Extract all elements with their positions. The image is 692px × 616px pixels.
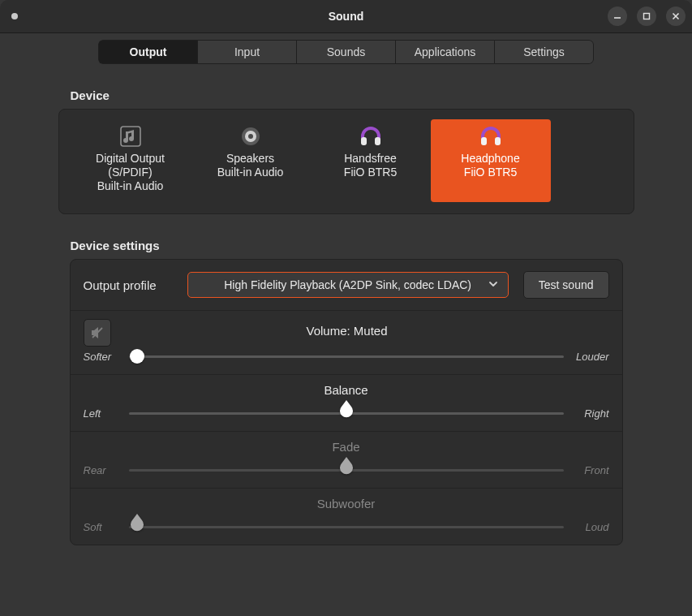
volume-right-label: Louder — [572, 351, 609, 363]
svg-rect-11 — [495, 137, 501, 145]
profile-row: Output profile High Fidelity Playback (A… — [71, 260, 622, 311]
device-title: Headphone — [461, 152, 519, 166]
fade-thumb — [338, 457, 355, 476]
speaker-icon — [239, 124, 263, 149]
device-subtitle: Built-in Audio — [97, 179, 164, 193]
balance-title: Balance — [84, 383, 609, 397]
mute-icon — [90, 325, 105, 340]
volume-left-label: Softer — [84, 351, 121, 363]
tab-applications[interactable]: Applications — [395, 40, 494, 64]
window-controls — [608, 0, 686, 32]
device-card-handsfree[interactable]: Handsfree FiiO BTR5 — [311, 119, 431, 202]
svg-rect-10 — [481, 137, 487, 145]
device-panel: Digital Output (S/PDIF) Built-in Audio S… — [58, 109, 634, 214]
close-button[interactable] — [666, 6, 686, 26]
device-subtitle: Built-in Audio — [217, 166, 284, 179]
subwoofer-row: Subwoofer Soft Loud — [71, 489, 622, 545]
test-sound-label: Test sound — [539, 278, 594, 291]
output-profile-select[interactable]: High Fidelity Playback (A2DP Sink, codec… — [187, 272, 509, 298]
subwoofer-left-label: Soft — [84, 521, 121, 533]
maximize-icon — [643, 12, 651, 20]
fade-left-label: Rear — [84, 464, 121, 476]
balance-thumb[interactable] — [338, 400, 355, 420]
svg-point-7 — [248, 134, 253, 139]
device-section-label: Device — [71, 88, 622, 102]
device-card-speakers[interactable]: Speakers Built-in Audio — [191, 119, 311, 202]
balance-right-label: Right — [572, 407, 609, 420]
device-subtitle: FiiO BTR5 — [464, 166, 517, 179]
volume-row: Volume: Muted Softer Louder — [71, 311, 622, 375]
balance-slider[interactable] — [129, 405, 564, 421]
test-sound-button[interactable]: Test sound — [523, 271, 609, 299]
minimize-button[interactable] — [608, 6, 627, 26]
volume-slider[interactable] — [129, 348, 564, 364]
device-card-headphone[interactable]: Headphone FiiO BTR5 — [431, 119, 551, 202]
device-title: Handsfree — [344, 152, 397, 166]
fade-row: Fade Rear Front — [71, 432, 622, 489]
titlebar: Sound — [0, 0, 692, 33]
device-title: Speakers — [226, 152, 274, 166]
headphones-icon — [359, 124, 383, 149]
tab-input[interactable]: Input — [197, 40, 296, 64]
svg-rect-4 — [121, 127, 140, 146]
device-title: Digital Output (S/PDIF) — [74, 152, 187, 179]
volume-thumb[interactable] — [130, 349, 144, 364]
svg-rect-8 — [361, 137, 367, 145]
fade-right-label: Front — [572, 464, 609, 476]
mute-button[interactable] — [84, 319, 111, 347]
fade-title: Fade — [84, 440, 609, 454]
settings-panel: Output profile High Fidelity Playback (A… — [70, 259, 623, 545]
main-tabs: Output Input Sounds Applications Setting… — [98, 40, 594, 64]
subwoofer-right-label: Loud — [572, 521, 609, 533]
window-title: Sound — [0, 10, 692, 23]
output-profile-value: High Fidelity Playback (A2DP Sink, codec… — [224, 278, 471, 291]
music-note-icon — [118, 124, 143, 149]
device-subtitle: FiiO BTR5 — [344, 166, 397, 179]
output-profile-label: Output profile — [84, 278, 173, 292]
minimize-icon — [613, 12, 621, 20]
close-icon — [672, 12, 680, 20]
device-card-digital-output[interactable]: Digital Output (S/PDIF) Built-in Audio — [71, 119, 191, 202]
svg-rect-9 — [375, 137, 380, 145]
subwoofer-title: Subwoofer — [84, 497, 609, 510]
maximize-button[interactable] — [637, 6, 656, 26]
subwoofer-thumb — [129, 514, 145, 533]
subwoofer-slider — [129, 519, 564, 535]
svg-rect-1 — [644, 14, 650, 19]
balance-row: Balance Left Right — [71, 375, 622, 432]
tab-output[interactable]: Output — [98, 40, 197, 64]
tab-settings[interactable]: Settings — [494, 40, 594, 64]
chevron-down-icon — [488, 278, 498, 291]
settings-section-label: Device settings — [71, 239, 622, 252]
balance-left-label: Left — [84, 407, 121, 420]
volume-title: Volume: Muted — [111, 324, 583, 338]
headphones-icon — [479, 124, 503, 149]
fade-slider — [129, 462, 564, 478]
tab-sounds[interactable]: Sounds — [296, 40, 395, 64]
